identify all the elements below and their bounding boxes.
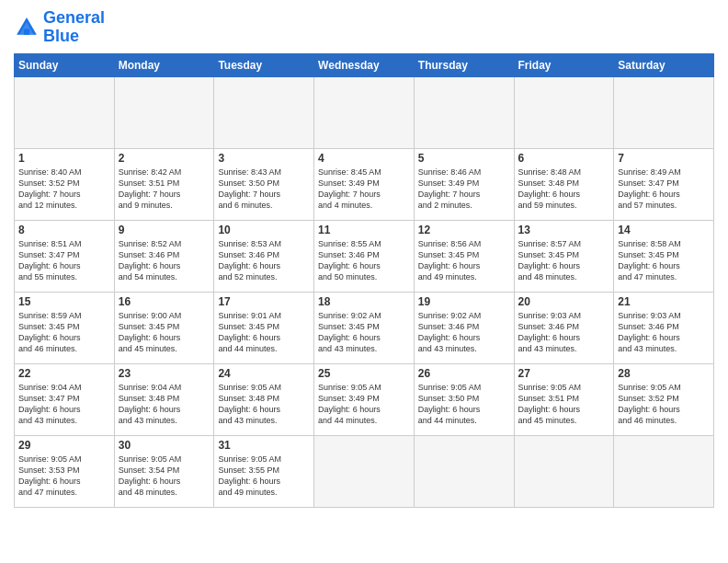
day-content: Sunrise: 8:58 AM Sunset: 3:45 PM Dayligh… — [618, 238, 710, 283]
day-number: 14 — [618, 224, 710, 236]
day-content: Sunrise: 9:05 AM Sunset: 3:49 PM Dayligh… — [318, 382, 410, 427]
day-content: Sunrise: 8:53 AM Sunset: 3:46 PM Dayligh… — [218, 238, 310, 283]
day-number: 5 — [418, 152, 510, 165]
header-cell-saturday: Saturday — [614, 53, 714, 76]
header-cell-friday: Friday — [514, 53, 614, 76]
day-content: Sunrise: 9:04 AM Sunset: 3:47 PM Dayligh… — [18, 382, 110, 427]
day-number: 31 — [218, 439, 310, 452]
day-number: 23 — [119, 367, 210, 380]
calendar-cell — [514, 435, 614, 507]
logo-icon — [14, 15, 40, 40]
day-content: Sunrise: 9:05 AM Sunset: 3:53 PM Dayligh… — [18, 454, 110, 499]
calendar-cell: 28Sunrise: 9:05 AM Sunset: 3:52 PM Dayli… — [614, 363, 714, 435]
calendar-cell: 17Sunrise: 9:01 AM Sunset: 3:45 PM Dayli… — [214, 292, 314, 363]
week-row-5: 29Sunrise: 9:05 AM Sunset: 3:53 PM Dayli… — [15, 435, 714, 507]
calendar-cell: 4Sunrise: 8:45 AM Sunset: 3:49 PM Daylig… — [314, 148, 415, 220]
calendar-cell — [15, 76, 115, 148]
calendar-cell — [314, 76, 415, 148]
calendar-table: SundayMondayTuesdayWednesdayThursdayFrid… — [14, 53, 714, 508]
day-content: Sunrise: 9:04 AM Sunset: 3:48 PM Dayligh… — [119, 382, 210, 427]
calendar-cell: 6Sunrise: 8:48 AM Sunset: 3:48 PM Daylig… — [514, 148, 614, 220]
day-number: 27 — [518, 367, 610, 380]
day-content: Sunrise: 9:05 AM Sunset: 3:51 PM Dayligh… — [518, 382, 610, 427]
day-number: 21 — [618, 295, 710, 308]
calendar-cell: 20Sunrise: 9:03 AM Sunset: 3:46 PM Dayli… — [514, 292, 614, 363]
calendar-cell: 22Sunrise: 9:04 AM Sunset: 3:47 PM Dayli… — [15, 363, 115, 435]
calendar-cell — [414, 76, 514, 148]
calendar-cell: 11Sunrise: 8:55 AM Sunset: 3:46 PM Dayli… — [314, 220, 415, 292]
day-number: 13 — [518, 224, 610, 236]
calendar-cell — [214, 76, 314, 148]
day-number: 2 — [119, 152, 210, 165]
day-content: Sunrise: 9:03 AM Sunset: 3:46 PM Dayligh… — [618, 310, 710, 355]
day-content: Sunrise: 8:46 AM Sunset: 3:49 PM Dayligh… — [418, 167, 510, 212]
day-content: Sunrise: 8:42 AM Sunset: 3:51 PM Dayligh… — [119, 167, 210, 212]
header-cell-thursday: Thursday — [414, 53, 514, 76]
day-content: Sunrise: 9:05 AM Sunset: 3:55 PM Dayligh… — [218, 454, 310, 499]
day-number: 4 — [318, 152, 410, 165]
day-content: Sunrise: 8:51 AM Sunset: 3:47 PM Dayligh… — [18, 238, 110, 283]
calendar-cell: 21Sunrise: 9:03 AM Sunset: 3:46 PM Dayli… — [614, 292, 714, 363]
calendar-cell: 8Sunrise: 8:51 AM Sunset: 3:47 PM Daylig… — [15, 220, 115, 292]
day-number: 22 — [18, 367, 110, 380]
day-content: Sunrise: 8:59 AM Sunset: 3:45 PM Dayligh… — [18, 310, 110, 355]
week-row-2: 8Sunrise: 8:51 AM Sunset: 3:47 PM Daylig… — [15, 220, 714, 292]
calendar-cell: 2Sunrise: 8:42 AM Sunset: 3:51 PM Daylig… — [114, 148, 214, 220]
calendar-cell: 27Sunrise: 9:05 AM Sunset: 3:51 PM Dayli… — [514, 363, 614, 435]
day-number: 25 — [318, 367, 410, 380]
day-content: Sunrise: 8:56 AM Sunset: 3:45 PM Dayligh… — [418, 238, 510, 283]
calendar-cell: 14Sunrise: 8:58 AM Sunset: 3:45 PM Dayli… — [614, 220, 714, 292]
day-number: 12 — [418, 224, 510, 236]
calendar-cell: 13Sunrise: 8:57 AM Sunset: 3:45 PM Dayli… — [514, 220, 614, 292]
header-cell-tuesday: Tuesday — [214, 53, 314, 76]
header-cell-monday: Monday — [114, 53, 214, 76]
day-content: Sunrise: 9:05 AM Sunset: 3:52 PM Dayligh… — [618, 382, 710, 427]
day-number: 6 — [518, 152, 610, 165]
day-content: Sunrise: 8:48 AM Sunset: 3:48 PM Dayligh… — [518, 167, 610, 212]
week-row-3: 15Sunrise: 8:59 AM Sunset: 3:45 PM Dayli… — [15, 292, 714, 363]
day-number: 16 — [119, 295, 210, 308]
calendar-cell: 29Sunrise: 9:05 AM Sunset: 3:53 PM Dayli… — [15, 435, 115, 507]
calendar-cell: 23Sunrise: 9:04 AM Sunset: 3:48 PM Dayli… — [114, 363, 214, 435]
page-container: General Blue SundayMondayTuesdayWednesda… — [0, 0, 728, 517]
day-number: 30 — [119, 439, 210, 452]
calendar-cell — [614, 76, 714, 148]
day-content: Sunrise: 8:49 AM Sunset: 3:47 PM Dayligh… — [618, 167, 710, 212]
day-number: 15 — [18, 295, 110, 308]
day-content: Sunrise: 9:01 AM Sunset: 3:45 PM Dayligh… — [218, 310, 310, 355]
day-content: Sunrise: 8:43 AM Sunset: 3:50 PM Dayligh… — [218, 167, 310, 212]
week-row-1: 1Sunrise: 8:40 AM Sunset: 3:52 PM Daylig… — [15, 148, 714, 220]
day-number: 18 — [318, 295, 410, 308]
day-content: Sunrise: 9:02 AM Sunset: 3:46 PM Dayligh… — [418, 310, 510, 355]
week-row-0 — [15, 76, 714, 148]
day-number: 11 — [318, 224, 410, 236]
calendar-cell — [514, 76, 614, 148]
calendar-cell: 12Sunrise: 8:56 AM Sunset: 3:45 PM Dayli… — [414, 220, 514, 292]
day-number: 9 — [119, 224, 210, 236]
day-number: 26 — [418, 367, 510, 380]
calendar-cell — [614, 435, 714, 507]
day-content: Sunrise: 8:55 AM Sunset: 3:46 PM Dayligh… — [318, 238, 410, 283]
day-content: Sunrise: 8:40 AM Sunset: 3:52 PM Dayligh… — [18, 167, 110, 212]
header: General Blue — [14, 9, 714, 46]
header-cell-sunday: Sunday — [15, 53, 115, 76]
calendar-cell: 15Sunrise: 8:59 AM Sunset: 3:45 PM Dayli… — [15, 292, 115, 363]
day-number: 1 — [18, 152, 110, 165]
svg-rect-2 — [24, 29, 29, 34]
calendar-cell: 16Sunrise: 9:00 AM Sunset: 3:45 PM Dayli… — [114, 292, 214, 363]
calendar-cell: 31Sunrise: 9:05 AM Sunset: 3:55 PM Dayli… — [214, 435, 314, 507]
day-number: 19 — [418, 295, 510, 308]
day-content: Sunrise: 9:05 AM Sunset: 3:50 PM Dayligh… — [418, 382, 510, 427]
calendar-cell: 10Sunrise: 8:53 AM Sunset: 3:46 PM Dayli… — [214, 220, 314, 292]
header-row: SundayMondayTuesdayWednesdayThursdayFrid… — [15, 53, 714, 76]
calendar-cell: 1Sunrise: 8:40 AM Sunset: 3:52 PM Daylig… — [15, 148, 115, 220]
calendar-cell — [114, 76, 214, 148]
week-row-4: 22Sunrise: 9:04 AM Sunset: 3:47 PM Dayli… — [15, 363, 714, 435]
day-number: 3 — [218, 152, 310, 165]
calendar-cell — [414, 435, 514, 507]
calendar-cell: 24Sunrise: 9:05 AM Sunset: 3:48 PM Dayli… — [214, 363, 314, 435]
day-number: 28 — [618, 367, 710, 380]
calendar-cell: 26Sunrise: 9:05 AM Sunset: 3:50 PM Dayli… — [414, 363, 514, 435]
day-content: Sunrise: 8:45 AM Sunset: 3:49 PM Dayligh… — [318, 167, 410, 212]
day-number: 20 — [518, 295, 610, 308]
